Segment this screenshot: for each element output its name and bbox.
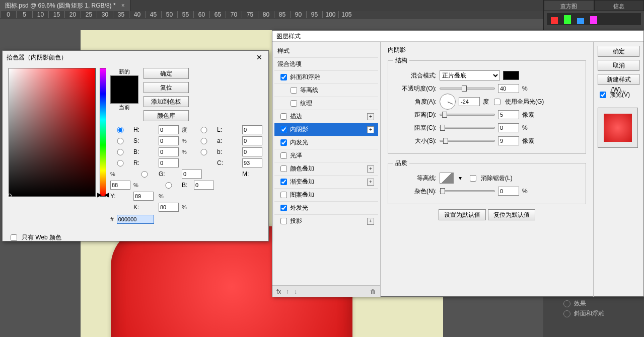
style-item-stroke[interactable]: 描边+ [274, 110, 378, 123]
dialog-titlebar[interactable]: 拾色器（内阴影颜色） ✕ [3, 51, 268, 64]
choke-slider[interactable] [440, 127, 495, 129]
style-item-contour[interactable]: 等高线 [274, 83, 378, 97]
b-radio[interactable] [110, 149, 130, 155]
c-input[interactable] [242, 158, 262, 167]
angle-input[interactable] [459, 97, 480, 106]
ok-button[interactable]: 确定 [598, 46, 639, 57]
style-checkbox[interactable] [280, 179, 287, 185]
style-item-inner_shadow[interactable]: 内阴影+ [274, 123, 378, 136]
bc-radio[interactable] [159, 182, 179, 189]
style-item-inner_glow[interactable]: 内发光 [274, 136, 378, 149]
a-radio[interactable] [194, 138, 214, 144]
style-checkbox[interactable] [280, 113, 287, 120]
add-effect-icon[interactable]: + [367, 126, 374, 133]
noise-input[interactable] [498, 187, 519, 196]
lab-b-radio[interactable] [194, 149, 214, 155]
hex-input[interactable] [117, 215, 154, 224]
opacity-slider[interactable] [440, 88, 495, 90]
style-checkbox[interactable] [280, 205, 287, 211]
visibility-icon[interactable] [563, 300, 570, 307]
color-cursor-icon[interactable] [8, 194, 12, 198]
shadow-color-swatch[interactable] [503, 71, 519, 80]
fx-effects-row[interactable]: 效果 [543, 298, 644, 308]
distance-slider[interactable] [440, 114, 495, 116]
h-radio[interactable] [110, 127, 130, 133]
color-libraries-button[interactable]: 颜色库 [144, 110, 189, 121]
antialias-checkbox[interactable] [470, 175, 476, 182]
noise-slider[interactable] [440, 190, 495, 192]
s-radio[interactable] [110, 138, 130, 144]
make-default-button[interactable]: 设置为默认值 [439, 209, 486, 220]
visibility-icon[interactable] [563, 310, 570, 317]
style-checkbox[interactable] [291, 100, 297, 107]
size-input[interactable] [498, 136, 519, 145]
m-input[interactable] [110, 181, 130, 190]
tab-histogram[interactable]: 直方图 [544, 0, 594, 11]
close-icon[interactable]: × [121, 2, 125, 9]
document-tab[interactable]: 图标.psd @ 69.6% (圆角矩形 1, RGB/8) * × [0, 0, 130, 11]
g-input[interactable] [182, 170, 202, 179]
style-item-pattern_overlay[interactable]: 图案叠加 [274, 188, 378, 201]
l-input[interactable] [242, 125, 262, 134]
b-input[interactable] [159, 147, 179, 156]
k-input[interactable] [159, 203, 179, 212]
style-item-texture[interactable]: 纹理 [274, 97, 378, 110]
add-swatch-button[interactable]: 添加到色板 [144, 96, 189, 107]
h-input[interactable] [159, 125, 179, 134]
distance-input[interactable] [498, 110, 519, 119]
style-item-satin[interactable]: 光泽 [274, 149, 378, 162]
style-item-bevel[interactable]: 斜面和浮雕 [274, 70, 378, 83]
fx-icon[interactable]: fx [276, 288, 281, 295]
reset-default-button[interactable]: 复位为默认值 [488, 209, 535, 220]
size-slider[interactable] [440, 140, 495, 142]
s-input[interactable] [159, 136, 179, 145]
a-input[interactable] [242, 136, 262, 145]
reset-button[interactable]: 复位 [144, 82, 189, 93]
web-only-checkbox[interactable] [11, 234, 17, 241]
styles-header[interactable]: 样式 [274, 45, 378, 57]
style-checkbox[interactable] [280, 165, 287, 172]
preview-checkbox[interactable] [600, 92, 606, 98]
ok-button[interactable]: 确定 [144, 68, 189, 79]
style-item-outer_glow[interactable]: 外发光 [274, 201, 378, 214]
style-checkbox[interactable] [280, 152, 287, 159]
blending-options-row[interactable]: 混合选项 [274, 57, 378, 70]
choke-input[interactable] [498, 123, 519, 132]
style-checkbox[interactable] [280, 126, 287, 133]
lab-b-input[interactable] [242, 147, 262, 156]
r-radio[interactable] [110, 160, 130, 166]
dialog-titlebar[interactable]: 图层样式 [272, 31, 643, 42]
trash-icon[interactable]: 🗑 [370, 288, 376, 295]
add-effect-icon[interactable]: + [367, 165, 374, 173]
tab-info[interactable]: 信息 [594, 0, 645, 11]
bc-input[interactable] [194, 181, 214, 190]
l-radio[interactable] [194, 127, 214, 133]
add-effect-icon[interactable]: + [367, 218, 374, 225]
new-style-button[interactable]: 新建样式(W)... [598, 74, 639, 85]
r-input[interactable] [159, 158, 179, 167]
blend-mode-select[interactable]: 正片叠底 [440, 70, 500, 80]
style-item-gradient_overlay[interactable]: 渐变叠加+ [274, 175, 378, 188]
style-checkbox[interactable] [280, 192, 287, 198]
opacity-input[interactable] [498, 84, 519, 93]
g-radio[interactable] [133, 171, 156, 178]
arrow-up-icon[interactable]: ↑ [286, 288, 289, 295]
add-effect-icon[interactable]: + [367, 179, 374, 186]
style-checkbox[interactable] [291, 87, 297, 94]
style-item-color_overlay[interactable]: 颜色叠加+ [274, 162, 378, 175]
hue-slider[interactable]: ▶◀ [100, 68, 106, 197]
style-checkbox[interactable] [280, 74, 287, 80]
style-checkbox[interactable] [280, 218, 287, 224]
contour-picker[interactable] [440, 173, 454, 184]
color-field[interactable] [9, 68, 96, 197]
arrow-down-icon[interactable]: ↓ [294, 288, 297, 295]
y-input[interactable] [133, 192, 154, 201]
fx-bevel-row[interactable]: 斜面和浮雕 [543, 308, 644, 318]
angle-dial[interactable] [440, 94, 456, 110]
add-effect-icon[interactable]: + [367, 113, 374, 120]
cancel-button[interactable]: 取消 [598, 60, 639, 71]
global-light-checkbox[interactable] [494, 99, 500, 105]
close-icon[interactable]: ✕ [254, 53, 264, 61]
style-checkbox[interactable] [280, 139, 287, 146]
style-item-drop_shadow[interactable]: 投影+ [274, 214, 378, 227]
